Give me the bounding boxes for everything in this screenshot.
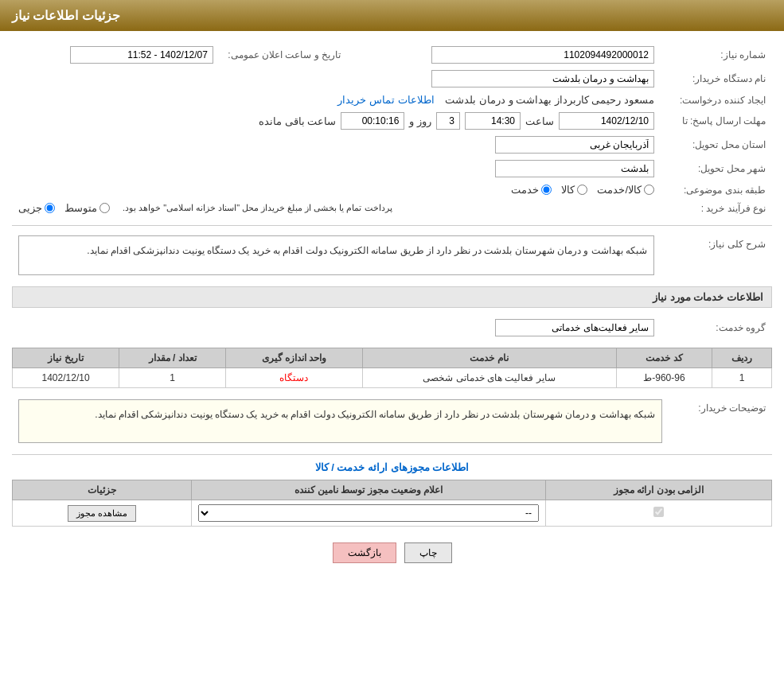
label-delivery-province: استان محل تحویل: <box>661 133 772 157</box>
description-content: شبکه بهداشت و درمان شهرستان بلدشت در نظر… <box>18 235 654 275</box>
value-request-number <box>347 43 661 67</box>
datetime-input[interactable] <box>70 46 213 64</box>
radio-partial[interactable]: جزیی <box>18 202 55 214</box>
deadline-time-input[interactable] <box>465 112 521 130</box>
service-info-title: اطلاعات خدمات مورد نیاز <box>12 286 772 308</box>
radio-goods[interactable]: کالا <box>561 184 587 196</box>
label-creator: ایجاد کننده درخواست: <box>661 91 772 109</box>
col-date: تاریخ نیاز <box>13 348 119 368</box>
value-subject-type: کالا/خدمت کالا خدمت <box>12 181 661 199</box>
remaining-label: ساعت باقی مانده <box>259 115 336 127</box>
permissions-table: الزامی بودن ارائه مجوز اعلام وضعیت مجوز … <box>12 480 772 527</box>
view-permit-button[interactable]: مشاهده مجوز <box>68 505 136 522</box>
request-number-input[interactable] <box>431 46 654 64</box>
footer-buttons: چاپ بازگشت <box>12 527 772 579</box>
label-buyer-org: نام دستگاه خریدار: <box>661 67 772 91</box>
col-quantity: تعداد / مقدار <box>119 348 226 368</box>
value-buyer-desc: شبکه بهداشت و درمان شهرستان بلدشت در نظر… <box>12 396 669 446</box>
page-header: جزئیات اطلاعات نیاز <box>0 0 784 31</box>
print-button[interactable]: چاپ <box>404 542 452 563</box>
main-form: شماره نیاز: تاریخ و ساعت اعلان عمومی: نا… <box>12 43 772 217</box>
value-delivery-city <box>12 157 661 181</box>
cell-row: 1 <box>712 368 772 388</box>
radio-medium[interactable]: متوسط <box>64 202 110 214</box>
service-group-input[interactable] <box>495 319 654 336</box>
buyer-desc-content: شبکه بهداشت و درمان شهرستان بلدشت در نظر… <box>18 399 662 443</box>
perm-details-cell: مشاهده مجوز <box>13 500 192 527</box>
creator-text: مسعود رحیمی کاربرداز بهداشت و درمان بلدش… <box>445 94 654 106</box>
required-checkbox <box>653 507 664 517</box>
label-datetime: تاریخ و ساعت اعلان عمومی: <box>220 43 347 67</box>
col-unit: واحد اندازه گیری <box>226 348 363 368</box>
supplier-status-select[interactable]: -- <box>198 504 539 522</box>
perm-col-required: الزامی بودن ارائه مجوز <box>546 480 772 500</box>
label-request-number: شماره نیاز: <box>661 43 772 67</box>
label-deadline: مهلت ارسال پاسخ: تا <box>661 109 772 133</box>
value-buyer-org <box>12 67 661 91</box>
permissions-row: -- مشاهده مجوز <box>13 500 772 527</box>
perm-status-cell: -- <box>192 500 546 527</box>
page-title: جزئیات اطلاعات نیاز <box>12 9 120 22</box>
col-row: ردیف <box>712 348 772 368</box>
radio-service-goods[interactable]: کالا/خدمت <box>597 184 654 196</box>
delivery-province-input[interactable] <box>495 136 654 154</box>
cell-quantity: 1 <box>119 368 226 388</box>
days-label: روز و <box>409 115 431 127</box>
cell-unit: دستگاه <box>226 368 363 388</box>
permissions-title-link[interactable]: اطلاعات مجوزهای ارائه خدمت / کالا <box>315 461 470 473</box>
deadline-remaining-input[interactable] <box>341 112 404 130</box>
creator-contact-link[interactable]: اطلاعات تماس خریدار <box>337 94 434 106</box>
service-form: گروه خدمت: <box>12 316 772 340</box>
label-subject-type: طبقه بندی موضوعی: <box>661 181 772 199</box>
value-description: شبکه بهداشت و درمان شهرستان بلدشت در نظر… <box>12 232 661 278</box>
col-service-code: کد خدمت <box>616 348 712 368</box>
label-buyer-desc: توضیحات خریدار: <box>669 396 772 446</box>
time-label: ساعت <box>525 115 554 127</box>
back-button[interactable]: بازگشت <box>333 542 396 563</box>
deadline-days-input[interactable] <box>436 112 460 130</box>
permissions-title-container: اطلاعات مجوزهای ارائه خدمت / کالا <box>12 461 772 473</box>
perm-col-details: جزئیات <box>13 480 192 500</box>
divider-1 <box>12 225 772 226</box>
divider-2 <box>12 454 772 455</box>
buyer-desc-form: توضیحات خریدار: شبکه بهداشت و درمان شهرس… <box>12 396 772 446</box>
table-row: 1 960-96-ط سایر فعالیت های خدماتی شخصی د… <box>13 368 772 388</box>
value-purchase-type: پرداخت تمام یا بخشی از مبلغ خریداز محل "… <box>12 199 661 217</box>
buyer-note-text: پرداخت تمام یا بخشی از مبلغ خریداز محل "… <box>123 203 392 213</box>
delivery-city-input[interactable] <box>495 160 654 177</box>
label-description: شرح کلی نیاز: <box>661 232 772 278</box>
value-service-group <box>12 316 661 340</box>
deadline-date-input[interactable] <box>559 112 654 130</box>
col-service-name: نام خدمت <box>362 348 616 368</box>
perm-col-status: اعلام وضعیت مجوز توسط نامین کننده <box>192 480 546 500</box>
description-form: شرح کلی نیاز: شبکه بهداشت و درمان شهرستا… <box>12 232 772 278</box>
cell-service-code: 960-96-ط <box>616 368 712 388</box>
cell-service-name: سایر فعالیت های خدماتی شخصی <box>362 368 616 388</box>
value-datetime <box>12 43 220 67</box>
buyer-org-input[interactable] <box>431 70 654 87</box>
perm-required-cell <box>546 500 772 527</box>
value-deadline: ساعت روز و ساعت باقی مانده <box>12 109 661 133</box>
label-service-group: گروه خدمت: <box>661 316 772 340</box>
label-purchase-type: نوع فرآیند خرید : <box>661 199 772 217</box>
services-table: ردیف کد خدمت نام خدمت واحد اندازه گیری ت… <box>12 348 772 388</box>
value-creator: مسعود رحیمی کاربرداز بهداشت و درمان بلدش… <box>12 91 661 109</box>
value-delivery-province <box>12 133 661 157</box>
label-delivery-city: شهر محل تحویل: <box>661 157 772 181</box>
radio-service[interactable]: خدمت <box>511 184 552 196</box>
cell-date: 1402/12/10 <box>13 368 119 388</box>
